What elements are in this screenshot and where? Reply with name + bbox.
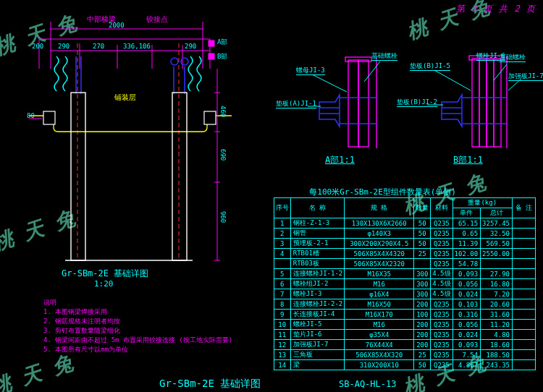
note-3: 3. 剪钉布置数量随梁细化	[43, 326, 232, 336]
table-row: 9长连接板JI-4M16X170100Q2350.31631.60	[274, 310, 535, 320]
svg-rect-33	[358, 60, 369, 147]
page-number: 第 2 页 共 2 页	[456, 3, 536, 15]
note-4: 4. 钢梁间距由不超过 5m 布置采用铰接连接 (按工地实际需要)	[43, 336, 232, 345]
dim-side-b: 690	[219, 149, 227, 161]
bom-h-name: 名 称	[290, 198, 345, 218]
bom-h-qty: 数量	[414, 198, 431, 218]
table-row: 11垫片JI-6φ35X4200Q2350.0244.80	[274, 330, 535, 340]
svg-rect-21	[71, 93, 85, 260]
svg-rect-45	[487, 59, 494, 147]
svg-rect-11	[209, 41, 214, 46]
svg-line-40	[312, 74, 347, 92]
svg-rect-44	[479, 59, 487, 147]
svg-rect-24	[43, 111, 55, 124]
svg-rect-46	[494, 59, 501, 147]
main-elevation-view: 中部横梁 铰接点 2000 200 290 270 336,106 290 A部…	[0, 0, 290, 282]
svg-point-13	[171, 58, 178, 65]
svg-line-54	[494, 64, 507, 80]
svg-line-53	[434, 70, 471, 90]
dim-top-a: 290	[58, 43, 70, 50]
table-row: 1钢柱-Z-1-3130X130X6X266050Q23565.153257.4…	[274, 218, 535, 229]
bom-h-note: 备 注	[513, 198, 536, 218]
main-view-scale: 1:20	[94, 279, 114, 289]
table-row: 2钢管φ140X350Q2350.6532.50	[274, 229, 535, 239]
table-row: RTB03板506X85X4X2320Q23554.78	[274, 259, 535, 269]
dim-top-c: 336,106	[123, 43, 151, 50]
footer-title: Gr-SBm-2E 基础详图	[159, 378, 261, 391]
dim-top-b: 270	[93, 43, 104, 50]
note-1: 1. 本图钢梁焊接采用	[43, 307, 232, 317]
svg-line-41	[364, 61, 380, 82]
detA-l1: 螺母JI-3	[296, 67, 325, 75]
detA-l2: 基础螺栓	[371, 52, 397, 61]
dim-h1: 80	[27, 112, 35, 119]
notes-block: 说明 1. 本图钢梁焊接采用 2. 钢筋规格未注明者均按 3. 剪钉布置数量随梁…	[43, 298, 232, 354]
detail-view-B: 垫板(B)JI-5 螺栓JI-6 垫板(B)JI-2 基础螺栓 加强板JI-7 …	[405, 40, 539, 163]
dim-top-d: 290	[185, 43, 196, 50]
svg-rect-25	[204, 111, 216, 124]
dim-side-c: 960	[219, 211, 227, 223]
drawing-number: SB-AQ-HL-13	[339, 379, 396, 389]
bom-h-wgrp: 重量(kg)	[452, 198, 512, 208]
bom-title: 每100米Gr-SBm-2E型组件数量表(单侧)	[309, 187, 456, 197]
table-row: 7螺栓JI-3φ16X43004.5级0.0247.20	[274, 289, 535, 299]
bom-h-weach: 单件	[452, 208, 481, 218]
dim-note-top-b: 铰接点	[146, 14, 168, 25]
detB-l5: 加强板JI-7	[508, 72, 543, 81]
svg-rect-43	[472, 59, 479, 147]
detail-A-title: A部1:1	[325, 154, 355, 166]
detA-l3: 垫板(A)JI-1	[276, 100, 316, 108]
bom-table: 序号 名 称 规 格 数量 材料 重量(kg) 备 注 单件 总计 1钢柱-Z-…	[274, 197, 536, 370]
bom-h-seq: 序号	[274, 198, 290, 218]
note-2: 2. 钢筋规格未注明者均按	[43, 317, 232, 326]
notes-head: 说明	[43, 298, 232, 307]
svg-rect-12	[209, 54, 214, 59]
detB-l3: 垫板(B)JI-2	[397, 98, 437, 107]
svg-rect-22	[172, 93, 187, 260]
table-row: 6螺栓组JI-2M163004.5级0.05616.80	[274, 279, 535, 289]
bom-h-spec: 规 格	[345, 198, 414, 218]
table-row: 12加强板JI-776X44X4200Q2350.09318.60	[274, 340, 535, 350]
label-B: B部	[217, 52, 227, 61]
watermark: 桃 天 兔	[0, 349, 77, 392]
detail-view-A: 螺母JI-3 基础螺栓 垫板(A)JI-1 A部1:1	[286, 40, 413, 163]
main-view-title: Gr-SBm-2E 基础详图	[62, 268, 148, 280]
bom-h-wtotal: 总计	[481, 208, 513, 218]
label-wave: 铺装层	[114, 93, 136, 103]
detB-l1: 垫板(B)JI-5	[410, 62, 450, 71]
svg-rect-32	[348, 60, 358, 147]
detB-l4: 基础螺栓	[500, 54, 526, 62]
table-row: 8连接螺栓JI-2-2M16X50200Q2350.10320.60	[274, 299, 535, 310]
table-row: 13三角板506X85X4X32025Q2357.54188.50	[274, 350, 535, 360]
detail-B-title: B部1:1	[453, 154, 483, 166]
table-row: 3预埋板-2-1300X200X290X4.550Q23511.39569.50	[274, 239, 535, 249]
dim-top-left: 200	[32, 43, 43, 50]
note-5: 5. 本图所有尺寸以mm为单位	[43, 345, 232, 354]
dim-top-total: 2000	[109, 22, 125, 29]
bom-h-mat: 材料	[431, 198, 452, 218]
table-row: 10螺栓JI-5M16200Q2350.05611.20	[274, 320, 535, 330]
table-row: 14梁310X200X1050Q2354.867243.35	[274, 360, 535, 370]
table-row: 5连接螺栓JI-1-2M16X353004.5级0.09327.90	[274, 269, 535, 279]
label-A: A部	[217, 38, 227, 47]
table-row: 4RTB01槽506X85X4X432025Q235102.002550.00	[274, 249, 535, 259]
dim-side-a: 460	[219, 106, 227, 117]
